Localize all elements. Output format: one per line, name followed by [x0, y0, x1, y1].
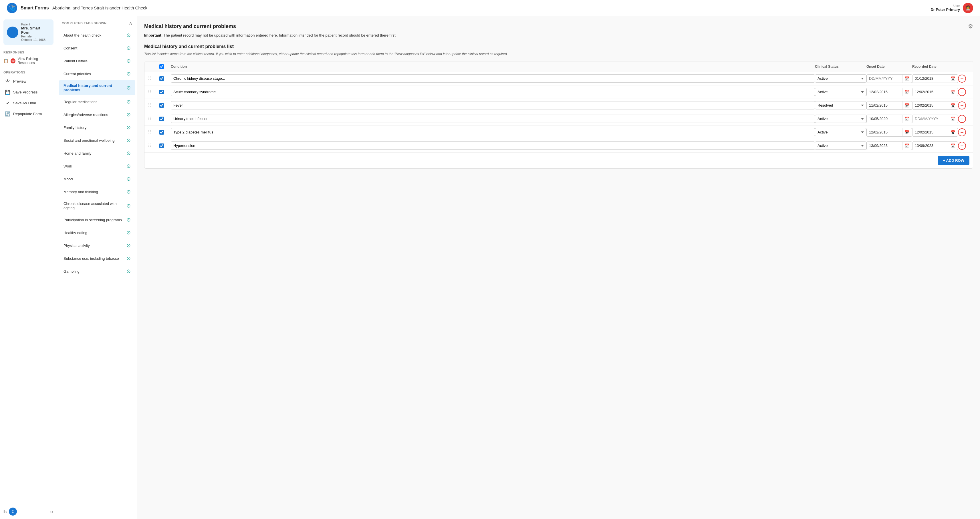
- nav-item-allergies[interactable]: Allergies/adverse reactions ⊙: [59, 108, 135, 121]
- remove-button-1[interactable]: −: [958, 75, 966, 83]
- recorded-date-icon-3[interactable]: 📅: [948, 102, 958, 110]
- nav-item-activity[interactable]: Physical activity ⊙: [59, 239, 135, 252]
- status-select-4[interactable]: Active Resolved Inactive Remission Unkno…: [815, 114, 866, 123]
- recorded-date-input-5[interactable]: [913, 128, 948, 136]
- nav-item-screening[interactable]: Participation in screening programs ⊙: [59, 213, 135, 226]
- row-checkbox-4[interactable]: [159, 117, 164, 121]
- section-header: Medical history and current problems ⚙: [144, 23, 973, 30]
- nav-item-consent[interactable]: Consent ⊙: [59, 42, 135, 54]
- nav-check-memory: ⊙: [126, 189, 131, 195]
- responses-section: RESPONSES 📋 10 View Existing Responses: [0, 48, 57, 68]
- nav-check-medications: ⊙: [126, 98, 131, 105]
- recorded-date-input-1[interactable]: [913, 75, 948, 82]
- nav-check-activity: ⊙: [126, 242, 131, 249]
- nav-item-medications[interactable]: Regular medications ⊙: [59, 95, 135, 108]
- recorded-date-icon-6[interactable]: 📅: [948, 142, 958, 150]
- drag-handle-1[interactable]: ⠿: [148, 76, 159, 81]
- preview-button[interactable]: 👁 Preview: [3, 76, 54, 87]
- recorded-date-input-4[interactable]: [913, 115, 948, 122]
- drag-handle-6[interactable]: ⠿: [148, 143, 159, 148]
- recorded-date-input-2[interactable]: [913, 88, 948, 96]
- condition-input-5[interactable]: [171, 128, 815, 136]
- drag-handle-2[interactable]: ⠿: [148, 89, 159, 95]
- view-responses-link[interactable]: View Existing Responses: [18, 57, 54, 65]
- header-onset: Onset Date: [866, 65, 912, 68]
- collapse-icon[interactable]: ‹‹: [50, 509, 54, 515]
- status-select-5[interactable]: Active Resolved Inactive Remission Unkno…: [815, 128, 866, 136]
- drag-handle-5[interactable]: ⠿: [148, 129, 159, 135]
- onset-date-input-3[interactable]: [867, 102, 902, 109]
- condition-input-6[interactable]: [171, 141, 815, 150]
- nav-item-chronic[interactable]: Chronic disease associated with ageing ⊙: [59, 198, 135, 213]
- view-responses-item[interactable]: 📋 10 View Existing Responses: [3, 56, 54, 66]
- nav-item-mood[interactable]: Mood ⊙: [59, 173, 135, 185]
- condition-input-2[interactable]: [171, 88, 815, 96]
- recorded-date-icon-1[interactable]: 📅: [948, 75, 958, 83]
- onset-date-input-6[interactable]: [867, 142, 902, 149]
- nav-item-gambling[interactable]: Gambling ⊙: [59, 265, 135, 278]
- nav-item-memory[interactable]: Memory and thinking ⊙: [59, 186, 135, 198]
- header-checkbox[interactable]: [159, 64, 164, 69]
- table-row: ⠿ Active Resolved Inactive Remission Unk…: [145, 72, 973, 86]
- save-progress-label: Save Progress: [13, 90, 37, 94]
- row-checkbox-3[interactable]: [159, 103, 164, 108]
- save-as-final-button[interactable]: ✔ Save As Final: [3, 97, 54, 108]
- onset-date-input-1[interactable]: [867, 75, 902, 82]
- nav-item-eating[interactable]: Healthy eating ⊙: [59, 226, 135, 239]
- recorded-date-wrapper-4: 📅: [912, 114, 958, 123]
- nav-item-family[interactable]: Family history ⊙: [59, 121, 135, 134]
- status-select-1[interactable]: Active Resolved Inactive Remission Unkno…: [815, 74, 866, 83]
- drag-handle-3[interactable]: ⠿: [148, 103, 159, 108]
- onset-date-input-2[interactable]: [867, 88, 902, 96]
- recorded-date-icon-5[interactable]: 📅: [948, 128, 958, 136]
- row-checkbox-5[interactable]: [159, 130, 164, 135]
- nav-item-substance[interactable]: Substance use, including tobacco ⊙: [59, 252, 135, 265]
- status-select-2[interactable]: Active Resolved Inactive Remission Unkno…: [815, 88, 866, 96]
- onset-date-icon-2[interactable]: 📅: [902, 88, 912, 96]
- nav-item-about[interactable]: About the health check ⊙: [59, 29, 135, 41]
- nav-item-current-priorities[interactable]: Current priorities ⊙: [59, 67, 135, 80]
- row-checkbox-2[interactable]: [159, 90, 164, 94]
- drag-handle-4[interactable]: ⠿: [148, 116, 159, 121]
- remove-button-5[interactable]: −: [958, 128, 966, 136]
- remove-button-3[interactable]: −: [958, 102, 966, 110]
- onset-date-icon-1[interactable]: 📅: [902, 75, 912, 83]
- recorded-date-input-6[interactable]: [913, 142, 948, 149]
- condition-input-3[interactable]: [171, 101, 815, 110]
- onset-date-input-4[interactable]: [867, 115, 902, 122]
- nav-check-allergies: ⊙: [126, 111, 131, 118]
- status-select-3[interactable]: Active Resolved Inactive Remission Unkno…: [815, 101, 866, 110]
- onset-date-icon-6[interactable]: 📅: [902, 142, 912, 150]
- remove-button-4[interactable]: −: [958, 115, 966, 123]
- nav-check-mood: ⊙: [126, 176, 131, 182]
- repopulate-form-button[interactable]: 🔄 Repopulate Form: [3, 108, 54, 119]
- status-select-6[interactable]: Active Resolved Inactive Remission Unkno…: [815, 141, 866, 150]
- condition-input-1[interactable]: [171, 74, 815, 83]
- onset-date-icon-3[interactable]: 📅: [902, 102, 912, 110]
- onset-date-icon-5[interactable]: 📅: [902, 128, 912, 136]
- add-row-button[interactable]: + ADD ROW: [938, 156, 969, 165]
- remove-button-6[interactable]: −: [958, 142, 966, 150]
- condition-input-4[interactable]: [171, 114, 815, 123]
- nav-collapse-icon[interactable]: ∧: [129, 20, 132, 26]
- save-progress-icon: 💾: [5, 89, 11, 95]
- nav-check-medical: ⊙: [126, 84, 131, 91]
- nav-item-patient-details[interactable]: Patient Details ⊙: [59, 55, 135, 67]
- row-checkbox-6[interactable]: [159, 143, 164, 148]
- left-sidebar: 👤 Patient Mrs. Smart Form Female October…: [0, 16, 57, 519]
- nav-item-home[interactable]: Home and family ⊙: [59, 147, 135, 159]
- by-label: By: [3, 510, 7, 513]
- nav-item-medical-history[interactable]: Medical history and current problems ⊙: [59, 80, 135, 95]
- problems-table: Condition Clinical Status Onset Date Rec…: [144, 61, 973, 168]
- save-progress-button[interactable]: 💾 Save Progress: [3, 87, 54, 97]
- nav-item-work[interactable]: Work ⊙: [59, 160, 135, 172]
- recorded-date-icon-4[interactable]: 📅: [948, 115, 958, 123]
- settings-icon[interactable]: ⚙: [968, 23, 973, 30]
- recorded-date-input-3[interactable]: [913, 102, 948, 109]
- onset-date-icon-4[interactable]: 📅: [902, 115, 912, 123]
- nav-item-social[interactable]: Social and emotional wellbeing ⊙: [59, 134, 135, 147]
- onset-date-input-5[interactable]: [867, 128, 902, 136]
- remove-button-2[interactable]: −: [958, 88, 966, 96]
- row-checkbox-1[interactable]: [159, 76, 164, 81]
- recorded-date-icon-2[interactable]: 📅: [948, 88, 958, 96]
